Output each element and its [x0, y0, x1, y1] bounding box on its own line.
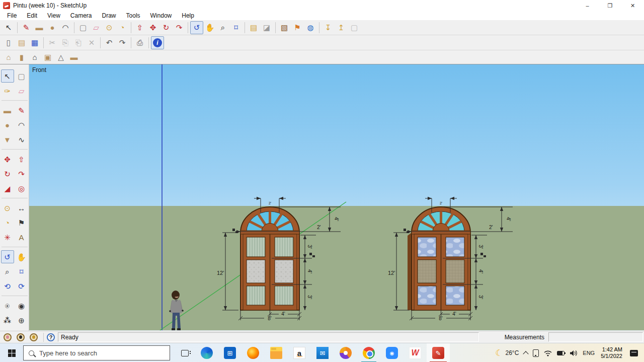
model-info-button[interactable]: i [151, 36, 164, 49]
freehand-tool[interactable]: ∿ [15, 133, 28, 146]
taskbar-amazon-icon[interactable]: a [288, 343, 311, 362]
share-model-button[interactable]: ↥ [335, 21, 348, 34]
tape-measure-tool[interactable]: ⊙ [1, 201, 14, 214]
taskbar-wps-icon[interactable]: W [404, 343, 427, 362]
eraser-tool[interactable]: ▱ [90, 21, 103, 34]
zoom-extents-tool[interactable]: ⌑ [229, 21, 243, 34]
taskbar-avast-icon[interactable] [334, 343, 357, 362]
start-button[interactable] [0, 343, 23, 362]
taskbar-search[interactable] [23, 345, 170, 360]
menu-draw[interactable]: Draw [97, 11, 121, 20]
save-button[interactable]: ▦ [28, 36, 41, 49]
minimize-button[interactable]: – [576, 0, 599, 11]
open-button[interactable]: ▤ [15, 36, 28, 49]
pan-tool[interactable]: ✋ [15, 250, 28, 263]
protractor-tool[interactable]: ◔ [1, 216, 14, 229]
undo-button[interactable]: ↶ [103, 36, 116, 49]
pan-tool[interactable]: ✋ [203, 21, 216, 34]
position-camera-tool[interactable]: ⍟ [1, 299, 14, 312]
line-tool[interactable]: ✎ [15, 104, 28, 117]
look-around-tool[interactable]: ◉ [15, 299, 28, 312]
copy-button[interactable]: ⎘ [59, 36, 72, 49]
dimension-tool[interactable]: ↔ [15, 201, 28, 214]
taskbar-firefox-icon[interactable] [242, 343, 265, 362]
print-button[interactable]: ⎙ [133, 36, 146, 49]
protractor-tool[interactable]: ◔ [116, 21, 129, 34]
search-input[interactable] [39, 349, 155, 357]
signin-icon[interactable] [30, 333, 38, 341]
door-model-1[interactable]: 2' 4' 2' [216, 193, 342, 330]
restore-button[interactable]: ❐ [599, 0, 621, 11]
scale-tool[interactable]: ◢ [1, 182, 14, 195]
zoom-previous-tool[interactable]: ⟲ [1, 279, 14, 293]
person-figure[interactable] [164, 289, 188, 331]
share-component-button[interactable]: ▢ [348, 21, 361, 34]
battery-button[interactable] [554, 343, 567, 362]
model-viewport[interactable]: Front [29, 64, 644, 331]
menu-help[interactable]: Help [177, 11, 199, 20]
new-button[interactable]: ▯ [2, 36, 15, 49]
walk-tool[interactable]: ⁂ [1, 314, 14, 327]
language-indicator[interactable]: ENG [580, 343, 597, 362]
toggle-terrain-button[interactable]: ◪ [260, 21, 273, 34]
zoom-next-tool[interactable]: ⟳ [15, 279, 28, 293]
menu-tools[interactable]: Tools [121, 11, 145, 20]
paste-button[interactable]: ⎗ [72, 36, 85, 49]
taskbar-sketchup-icon[interactable]: ✎ [427, 343, 450, 362]
menu-camera[interactable]: Camera [65, 11, 97, 20]
redo-button[interactable]: ↷ [116, 36, 129, 49]
view-top-button[interactable]: ▮ [15, 51, 28, 64]
your-phone-button[interactable] [530, 343, 541, 362]
task-view-button[interactable] [176, 343, 193, 362]
view-right-button[interactable]: ▣ [41, 51, 54, 64]
circle-tool[interactable]: ● [46, 21, 59, 34]
select-tool[interactable]: ↖ [2, 21, 15, 34]
arc-tool[interactable]: ◠ [59, 21, 72, 34]
tray-expand-button[interactable] [521, 343, 530, 362]
add-location-button[interactable]: ▤ [247, 21, 260, 34]
weather-button[interactable]: ☾ 26°C [493, 343, 521, 362]
view-left-button[interactable]: ▬ [67, 51, 80, 64]
arc-tool[interactable]: ◠ [15, 118, 28, 131]
pushpull-tool[interactable]: ⇧ [133, 21, 146, 34]
menu-window[interactable]: Window [145, 11, 177, 20]
rectangle-tool[interactable]: ▬ [1, 104, 14, 117]
delete-button[interactable]: ✕ [85, 36, 98, 49]
section-plane-tool[interactable]: ⊕ [15, 314, 28, 327]
menu-edit[interactable]: Edit [22, 11, 42, 20]
network-button[interactable] [541, 343, 554, 362]
zoom-tool[interactable]: ⌕ [1, 265, 14, 278]
measurements-value-box[interactable] [548, 332, 643, 342]
volume-button[interactable] [567, 343, 580, 362]
eraser-tool[interactable]: ▱ [15, 84, 28, 97]
move-tool[interactable]: ✥ [146, 21, 159, 34]
view-front-button[interactable]: ⌂ [28, 51, 41, 64]
tape-measure-tool[interactable]: ⊙ [103, 21, 116, 34]
clock[interactable]: 1:42 AM 5/1/2022 [597, 346, 626, 359]
credits-icon[interactable] [17, 333, 25, 341]
3d-text-tool[interactable]: A [15, 231, 28, 244]
select-tool[interactable]: ↖ [1, 69, 14, 83]
close-button[interactable]: ✕ [621, 0, 644, 11]
make-component-tool[interactable]: ▢ [76, 21, 90, 34]
line-tool[interactable]: ✎ [20, 21, 33, 34]
taskbar-store-icon[interactable]: ⊞ [218, 343, 242, 362]
circle-tool[interactable]: ● [1, 118, 14, 131]
taskbar-explorer-icon[interactable] [265, 343, 288, 362]
orbit-tool[interactable]: ↺ [190, 21, 203, 34]
view-back-button[interactable]: △ [54, 51, 67, 64]
text-tool[interactable]: ⚑ [15, 216, 28, 229]
view-iso-button[interactable]: ⌂ [2, 51, 15, 64]
action-center-icon[interactable] [630, 350, 638, 356]
geolocation-icon[interactable] [4, 333, 12, 341]
taskbar-mail-icon[interactable]: ✉ [311, 343, 334, 362]
paint-bucket-tool[interactable]: ✑ [1, 84, 14, 97]
rotate-tool[interactable]: ↻ [159, 21, 173, 34]
google-earth-button[interactable]: ◍ [304, 21, 317, 34]
zoom-tool[interactable]: ⌕ [216, 21, 229, 34]
axes-tool[interactable]: ✳ [1, 231, 14, 244]
followme-tool[interactable]: ↷ [173, 21, 186, 34]
orbit-tool[interactable]: ↺ [1, 250, 14, 263]
pushpull-tool[interactable]: ⇧ [15, 153, 28, 166]
menu-file[interactable]: File [2, 11, 22, 20]
